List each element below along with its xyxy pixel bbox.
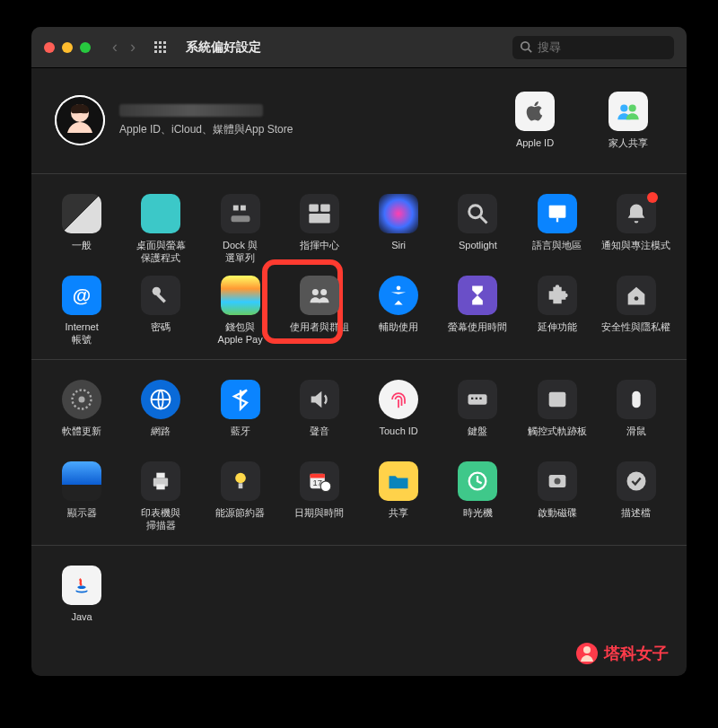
pref-time-machine[interactable]: 時光機 (440, 458, 515, 536)
pref-label: 時光機 (463, 507, 493, 532)
svg-rect-2 (163, 41, 166, 44)
general-icon (62, 194, 101, 233)
svg-rect-6 (154, 50, 157, 53)
apple-logo-icon (515, 92, 555, 131)
pref-mission-control[interactable]: 指揮中心 (282, 190, 357, 268)
pref-startup-disk[interactable]: 啟動磁碟 (520, 458, 595, 536)
window-controls (44, 42, 91, 53)
svg-point-55 (554, 478, 560, 484)
pref-java[interactable]: Java (44, 562, 119, 640)
pref-label: 桌面與螢幕保護程式 (136, 240, 186, 265)
pref-bluetooth[interactable]: 藍牙 (203, 376, 278, 454)
forward-button[interactable]: › (130, 38, 136, 57)
pref-siri[interactable]: Siri (361, 190, 436, 268)
svg-rect-43 (632, 390, 640, 408)
pref-label: 錢包與Apple Pay (218, 321, 263, 346)
svg-rect-20 (320, 204, 330, 211)
pref-label: 安全性與隱私權 (601, 321, 670, 346)
pref-energy[interactable]: 能源節約器 (203, 458, 278, 536)
pref-keyboard[interactable]: 鍵盤 (440, 376, 515, 454)
fingerprint-icon (379, 380, 418, 419)
svg-rect-24 (548, 205, 565, 217)
svg-rect-48 (238, 483, 242, 488)
search-input[interactable] (512, 36, 674, 59)
svg-point-52 (320, 481, 331, 492)
profile-text: Apple ID、iCloud、媒體與App Store (119, 104, 293, 137)
pref-touch-id[interactable]: Touch ID (361, 376, 436, 454)
pref-sound[interactable]: 聲音 (282, 376, 357, 454)
svg-point-34 (635, 296, 639, 301)
pref-label: Siri (391, 240, 406, 265)
pref-accessibility[interactable]: 輔助使用 (361, 272, 436, 350)
pref-extensions[interactable]: 延伸功能 (520, 272, 595, 350)
svg-rect-45 (157, 472, 165, 478)
pref-sharing[interactable]: 共享 (361, 458, 436, 536)
profile-subtitle: Apple ID、iCloud、媒體與App Store (119, 122, 293, 137)
pref-label: 輔助使用 (379, 321, 418, 346)
pref-label: 軟體更新 (62, 425, 101, 451)
pref-security[interactable]: 安全性與隱私權 (599, 272, 674, 350)
svg-rect-28 (157, 293, 167, 303)
maximize-button[interactable] (80, 42, 91, 53)
pref-displays[interactable]: 顯示器 (44, 458, 119, 536)
svg-rect-19 (309, 204, 319, 211)
calendar-clock-icon: 17 (300, 461, 339, 501)
bell-icon (617, 194, 656, 233)
pref-language[interactable]: 語言與地區 (520, 190, 595, 268)
svg-rect-0 (154, 41, 157, 44)
pref-printers[interactable]: 印表機與掃描器 (123, 458, 198, 536)
pref-label: 網路 (151, 425, 171, 451)
pref-profiles[interactable]: 描述檔 (599, 458, 674, 536)
pref-label: Dock 與選單列 (223, 240, 258, 265)
pref-passwords[interactable]: 密碼 (123, 272, 198, 350)
bulb-icon (221, 461, 260, 501)
users-icon (300, 276, 339, 315)
pref-software-update[interactable]: 軟體更新 (44, 376, 119, 454)
key-icon (141, 276, 180, 315)
pref-label: 日期與時間 (294, 507, 344, 532)
puzzle-icon (538, 276, 577, 315)
svg-line-23 (481, 216, 487, 223)
family-sharing-item[interactable]: 家人共享 (593, 88, 663, 153)
user-avatar[interactable] (55, 95, 105, 145)
pref-network[interactable]: 網路 (123, 376, 198, 454)
family-icon (609, 92, 648, 131)
svg-rect-41 (480, 397, 482, 399)
pref-spotlight[interactable]: Spotlight (440, 190, 515, 268)
svg-point-58 (583, 646, 591, 653)
watermark-text: 塔科女子 (604, 643, 669, 664)
apple-id-item[interactable]: Apple ID (500, 88, 570, 153)
svg-rect-1 (159, 41, 162, 44)
svg-rect-16 (231, 215, 250, 222)
pref-label: Java (72, 611, 92, 636)
nav-arrows: ‹ › (112, 38, 136, 57)
close-button[interactable] (44, 42, 55, 53)
pref-general[interactable]: 一般 (44, 190, 119, 268)
search-icon (520, 40, 532, 57)
svg-rect-18 (241, 205, 246, 210)
svg-rect-4 (159, 46, 162, 48)
pref-notifications[interactable]: 通知與專注模式 (599, 190, 674, 268)
show-all-icon[interactable] (153, 40, 168, 55)
pref-trackpad[interactable]: 觸控式軌跡板 (520, 376, 595, 454)
pref-date-time[interactable]: 17 日期與時間 (282, 458, 357, 536)
pref-desktop[interactable]: 桌面與螢幕保護程式 (123, 190, 198, 268)
pref-wallet[interactable]: 錢包與Apple Pay (203, 272, 278, 350)
spotlight-icon (458, 194, 497, 233)
java-icon (62, 566, 101, 605)
back-button[interactable]: ‹ (112, 38, 118, 57)
minimize-button[interactable] (62, 42, 73, 53)
pref-mouse[interactable]: 滑鼠 (599, 376, 674, 454)
pref-label: Internet帳號 (65, 321, 98, 346)
pref-dock[interactable]: Dock 與選單列 (203, 190, 278, 268)
pref-users-groups[interactable]: 使用者與群組 (282, 272, 357, 350)
pref-internet-accounts[interactable]: @ Internet帳號 (44, 272, 119, 350)
display-icon (62, 461, 101, 501)
bluetooth-icon (221, 380, 260, 419)
pref-screen-time[interactable]: 螢幕使用時間 (440, 272, 515, 350)
profile-section: Apple ID、iCloud、媒體與App Store Apple ID 家人… (31, 68, 687, 174)
hourglass-icon (458, 276, 497, 315)
svg-rect-17 (232, 205, 238, 210)
gear-icon (62, 380, 101, 419)
svg-point-56 (626, 471, 645, 490)
